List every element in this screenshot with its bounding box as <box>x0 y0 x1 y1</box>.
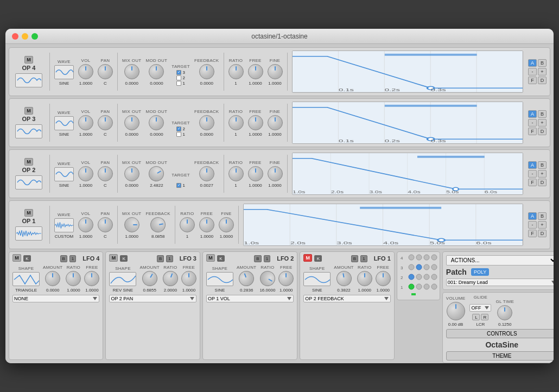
op2-d-btn[interactable]: D <box>538 179 547 186</box>
op3-fine-knob[interactable] <box>268 115 283 130</box>
op3-env-display[interactable]: 0.1s 0.2s 0.3s <box>292 102 524 144</box>
op4-wave-knob-display[interactable] <box>54 65 74 79</box>
op4-vol-knob[interactable] <box>78 64 93 79</box>
lfo3-target-select[interactable]: OP 2 PAN <box>109 295 196 302</box>
r-btn[interactable]: R <box>481 314 488 320</box>
op4-plus-btn[interactable]: + <box>538 68 547 75</box>
op2-env-display[interactable]: 1.0s 2.0s 3.0s 4.0s 5.0s 6.0s <box>292 153 524 195</box>
op3-ratio-knob[interactable] <box>228 115 244 130</box>
op4-cb1[interactable] <box>176 81 181 86</box>
op1-b-btn[interactable]: B <box>538 212 547 220</box>
lfo4-1-btn[interactable]: 1 <box>69 255 76 262</box>
lfo1-amount-knob[interactable] <box>335 270 352 287</box>
op2-ratio-knob[interactable] <box>228 166 244 181</box>
op1-fine-knob[interactable] <box>219 217 234 232</box>
lfo1-1-btn[interactable]: 1 <box>360 255 367 262</box>
lfo4-m-btn[interactable]: M <box>12 254 21 262</box>
l-btn[interactable]: L <box>472 314 480 320</box>
op4-f-btn[interactable]: F <box>528 77 537 84</box>
op3-minus-btn[interactable]: - <box>528 119 537 127</box>
op2-pan-knob[interactable] <box>98 166 113 181</box>
lfo2-k-btn[interactable]: K <box>217 255 225 262</box>
lfo2-amount-knob[interactable] <box>237 269 256 288</box>
op2-a-btn[interactable]: A <box>528 161 537 169</box>
op4-m-button[interactable]: M <box>24 56 33 64</box>
actions-select[interactable]: ACTIONS... <box>446 255 554 265</box>
op1-m-button[interactable]: M <box>24 209 33 217</box>
theme-button[interactable]: THEME <box>446 351 554 361</box>
op2-wave-knob[interactable] <box>54 167 74 181</box>
lfo3-k-btn[interactable]: K <box>120 255 128 262</box>
op2-b-btn[interactable]: B <box>538 161 547 169</box>
op3-plus-btn[interactable]: + <box>538 119 547 127</box>
op3-f-btn[interactable]: F <box>528 128 537 135</box>
lfo1-free-knob[interactable] <box>376 271 391 286</box>
op2-plus-btn[interactable]: + <box>538 170 547 178</box>
op4-free-knob[interactable] <box>248 64 263 79</box>
op4-cb3[interactable] <box>176 70 181 75</box>
lfo3-ratio-knob[interactable] <box>161 269 180 288</box>
close-button[interactable] <box>12 33 18 40</box>
op2-vol-knob[interactable] <box>78 166 93 181</box>
op3-b-btn[interactable]: B <box>538 110 547 118</box>
lfo3-free-knob[interactable] <box>181 271 196 286</box>
maximize-button[interactable] <box>31 33 38 40</box>
op2-mod-knob[interactable] <box>146 163 167 184</box>
lfo2-wave-display[interactable] <box>206 272 233 286</box>
op1-wave-knob[interactable] <box>54 218 74 232</box>
op1-f-btn[interactable]: F <box>528 230 537 237</box>
lfo4-amount-knob[interactable] <box>45 271 60 286</box>
op2-f-btn[interactable]: F <box>528 179 537 186</box>
op4-mod-knob[interactable] <box>149 64 164 79</box>
lfo4-k-btn[interactable]: K <box>23 255 31 262</box>
op1-a-btn[interactable]: A <box>528 212 537 220</box>
op4-ratio-knob[interactable] <box>228 64 244 79</box>
op3-a-btn[interactable]: A <box>528 110 537 118</box>
op3-pan-knob[interactable] <box>98 115 113 130</box>
lfo1-ratio-knob[interactable] <box>357 271 372 286</box>
op3-fb-knob[interactable] <box>199 115 214 130</box>
lfo4-ratio-knob[interactable] <box>66 271 81 286</box>
lfo2-m-btn[interactable]: M <box>206 254 215 262</box>
op3-free-knob[interactable] <box>248 115 263 130</box>
lfo3-b-btn[interactable]: B <box>157 255 164 262</box>
op3-cb2[interactable] <box>176 127 181 131</box>
op3-vol-knob[interactable] <box>78 115 93 130</box>
op2-fb-knob[interactable] <box>199 166 214 181</box>
minimize-button[interactable] <box>22 33 28 40</box>
lfo1-m-btn[interactable]: M <box>303 254 312 262</box>
op4-a-btn[interactable]: A <box>528 59 537 67</box>
lfo2-free-knob[interactable] <box>278 271 294 286</box>
op4-minus-btn[interactable]: - <box>528 68 537 75</box>
poly-button[interactable]: POLY <box>471 268 489 276</box>
op4-mix-knob[interactable] <box>124 64 139 79</box>
lfo3-m-btn[interactable]: M <box>109 254 118 262</box>
op4-d-btn[interactable]: D <box>538 77 547 84</box>
lfo2-target-select[interactable]: OP 1 VOL <box>206 295 294 302</box>
patch-name-select[interactable]: 001: Dreamy Lead <box>446 279 554 286</box>
gltime-knob[interactable] <box>497 305 512 320</box>
op2-m-button[interactable]: M <box>24 158 33 166</box>
op4-fine-knob[interactable] <box>268 64 283 79</box>
op3-m-button[interactable]: M <box>24 107 33 115</box>
op2-cb1[interactable] <box>176 183 181 188</box>
op4-b-btn[interactable]: B <box>538 59 547 67</box>
op4-cb2[interactable] <box>176 75 181 80</box>
op3-mix-knob[interactable] <box>124 115 139 130</box>
op4-fb-knob[interactable] <box>199 64 214 79</box>
op1-ratio-knob[interactable] <box>180 217 195 232</box>
op1-d-btn[interactable]: D <box>538 230 547 237</box>
lfo4-target-select[interactable]: NONE <box>12 295 99 302</box>
op2-minus-btn[interactable]: - <box>528 170 537 178</box>
lfo2-1-btn[interactable]: 1 <box>264 255 270 262</box>
op1-pan-knob[interactable] <box>98 217 113 232</box>
lfo1-wave-display[interactable] <box>303 272 331 286</box>
op2-mix-knob[interactable] <box>124 166 139 181</box>
op3-wave-knob[interactable] <box>54 116 74 130</box>
op1-env-display[interactable]: 1.0s 2.0s 3.0s 4.0s 5.0s 6.0s <box>243 204 523 246</box>
op2-fine-knob[interactable] <box>268 166 283 181</box>
lfo4-wave-display[interactable] <box>12 272 40 286</box>
volume-knob[interactable] <box>447 302 465 320</box>
lfo1-k-btn[interactable]: K <box>314 255 322 262</box>
op3-mod-knob[interactable] <box>149 115 164 130</box>
